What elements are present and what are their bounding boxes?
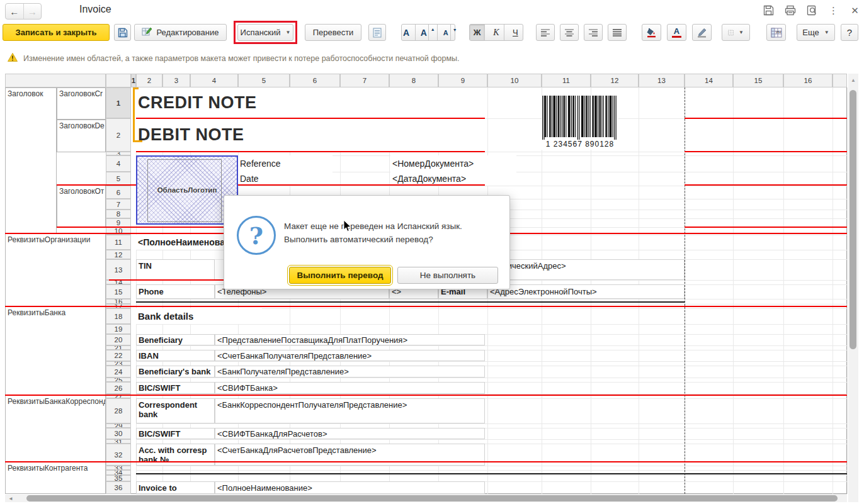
- sheet-cell[interactable]: <БанкПолучателяПредставление>: [215, 366, 485, 378]
- row-header-28[interactable]: 28: [106, 398, 131, 423]
- font-increase-button[interactable]: А▲: [419, 25, 438, 40]
- fill-color-button[interactable]: [642, 24, 661, 41]
- column-header-11[interactable]: 11: [542, 74, 591, 87]
- sheet-cell[interactable]: Invoice to: [136, 481, 215, 494]
- sheet-cell[interactable]: <СчетБанкаПолучателяПредставление>: [215, 350, 485, 361]
- row-header-7[interactable]: 7: [106, 199, 131, 210]
- column-header-10[interactable]: 10: [487, 74, 542, 87]
- forward-button[interactable]: →: [24, 4, 42, 19]
- page-layout-button[interactable]: [368, 24, 386, 41]
- help-button[interactable]: ?: [841, 24, 858, 41]
- column-header-3[interactable]: 3: [162, 74, 190, 87]
- column-header-9[interactable]: 9: [438, 74, 487, 87]
- sheet-cell[interactable]: IBAN: [136, 350, 215, 361]
- align-left-button[interactable]: [536, 24, 555, 41]
- sheet-cell[interactable]: Date: [238, 172, 333, 186]
- edit-mode-button[interactable]: Редактирование: [134, 24, 227, 41]
- vertical-scrollbar-thumb[interactable]: [850, 90, 856, 349]
- sheet-cell[interactable]: CREDIT NOTE: [136, 87, 485, 118]
- row-header-34[interactable]: 34: [106, 470, 131, 475]
- row-header-2[interactable]: 2: [106, 118, 131, 152]
- column-header-7[interactable]: 7: [340, 74, 389, 87]
- sheet-cell[interactable]: Phone: [136, 284, 215, 299]
- row-header-21[interactable]: 21: [106, 345, 131, 350]
- font-color-button[interactable]: А: [667, 24, 686, 41]
- row-header-16[interactable]: 16: [106, 299, 131, 304]
- column-header-8[interactable]: 8: [389, 74, 438, 87]
- column-header-1[interactable]: 1: [131, 74, 136, 87]
- sheet-cell[interactable]: BIC/SWIFT: [136, 428, 215, 439]
- align-justify-button[interactable]: [608, 24, 627, 41]
- italic-button[interactable]: К: [489, 25, 504, 40]
- save-button[interactable]: [114, 24, 131, 41]
- skip-translate-button[interactable]: Не выполнять: [397, 267, 498, 284]
- save-and-close-button[interactable]: Записать и закрыть: [3, 24, 110, 41]
- pencil-button[interactable]: [692, 24, 712, 41]
- row-header-19[interactable]: 19: [106, 324, 131, 334]
- bold-button[interactable]: Ж: [470, 25, 485, 40]
- logo-area[interactable]: ОбластьЛоготип: [136, 155, 238, 225]
- sheet-cell[interactable]: <НомерДокумента>: [390, 155, 516, 172]
- section-name-РеквизитыКонтрагента[interactable]: РеквизитыКонтрагента: [5, 462, 106, 494]
- sheet-cell[interactable]: <ПолноеНаименование>: [215, 481, 485, 494]
- column-header-2[interactable]: 2: [136, 74, 162, 87]
- row-header-14[interactable]: 14: [106, 280, 131, 284]
- row-header-24[interactable]: 24: [106, 366, 131, 378]
- more-button[interactable]: Еще▼: [797, 24, 835, 41]
- section-name-Заголовок[interactable]: Заголовок: [5, 87, 57, 233]
- column-header-stub[interactable]: [833, 74, 847, 87]
- font-decrease-button[interactable]: А▼: [441, 25, 459, 40]
- row-header-30[interactable]: 30: [106, 428, 131, 439]
- section-name-ЗаголовокCr[interactable]: ЗаголовокCr: [57, 87, 106, 120]
- row-header-31[interactable]: 31: [106, 439, 131, 444]
- sheet-cell[interactable]: <ДатаДокумента>: [390, 172, 516, 186]
- sheet-cell[interactable]: Bank details: [136, 308, 262, 324]
- section-name-РеквизитыБанка[interactable]: РеквизитыБанка: [5, 306, 106, 395]
- section-name-РеквизитыОрганизации[interactable]: РеквизитыОрганизации: [5, 233, 106, 306]
- section-name-ЗаголовокОт[interactable]: ЗаголовокОт: [57, 185, 106, 227]
- column-header-6[interactable]: 6: [290, 74, 340, 87]
- corner-cell[interactable]: [5, 74, 106, 87]
- sheet-cell[interactable]: Beneficiary: [136, 334, 215, 345]
- sheet-cell[interactable]: Correspondent bank: [136, 398, 215, 423]
- row-header-18[interactable]: 18: [106, 308, 131, 324]
- row-header-23[interactable]: 23: [106, 361, 131, 366]
- row-header-29[interactable]: 29: [106, 423, 131, 428]
- scroll-left-arrow[interactable]: ◄: [6, 495, 15, 502]
- named-areas-button[interactable]: ИН: [766, 24, 786, 41]
- print-icon[interactable]: [785, 5, 796, 16]
- row-header-12[interactable]: 12: [106, 250, 131, 259]
- scroll-up-arrow[interactable]: ▲: [848, 76, 858, 84]
- row-header-36[interactable]: 36: [106, 481, 131, 494]
- close-icon[interactable]: ✕: [850, 5, 860, 16]
- row-header-22[interactable]: 22: [106, 350, 131, 361]
- save-icon[interactable]: [763, 5, 774, 16]
- row-header-4[interactable]: 4: [106, 155, 131, 172]
- sheet-cell[interactable]: <АдресЭлектроннойПочты>: [487, 284, 685, 299]
- font-button[interactable]: А: [397, 25, 416, 40]
- row-header-9[interactable]: 9: [106, 218, 131, 227]
- row-header-8[interactable]: 8: [106, 210, 131, 218]
- row-header-15[interactable]: 15: [106, 284, 131, 299]
- sheet-cell[interactable]: DEBIT NOTE: [136, 118, 485, 152]
- horizontal-scrollbar-thumb[interactable]: [26, 495, 838, 501]
- translate-button[interactable]: Перевести: [305, 24, 361, 41]
- sheet-cell[interactable]: Reference: [238, 155, 333, 172]
- row-header-35[interactable]: 35: [106, 475, 131, 481]
- corner-cell[interactable]: [106, 74, 131, 87]
- section-name-РеквизитыБанкаКорреспондента[interactable]: РеквизитыБанкаКорреспондента: [5, 395, 106, 462]
- back-button[interactable]: ←: [6, 4, 24, 19]
- column-header-14[interactable]: 14: [685, 74, 733, 87]
- row-header-1[interactable]: 1: [106, 87, 131, 118]
- column-header-16[interactable]: 16: [783, 74, 833, 87]
- row-header-13[interactable]: 13: [106, 259, 131, 280]
- align-center-button[interactable]: [560, 24, 579, 41]
- row-header-25[interactable]: 25: [106, 378, 131, 382]
- sheet-cell[interactable]: Beneficiary's bank: [136, 366, 215, 378]
- align-right-button[interactable]: [584, 24, 603, 41]
- row-header-5[interactable]: 5: [106, 172, 131, 186]
- row-header-33[interactable]: 33: [106, 466, 131, 470]
- underline-button[interactable]: Ч: [508, 25, 523, 40]
- sheet-cell[interactable]: BIC/SWIFT: [136, 382, 215, 394]
- section-name-ЗаголовокDe[interactable]: ЗаголовокDe: [57, 120, 106, 152]
